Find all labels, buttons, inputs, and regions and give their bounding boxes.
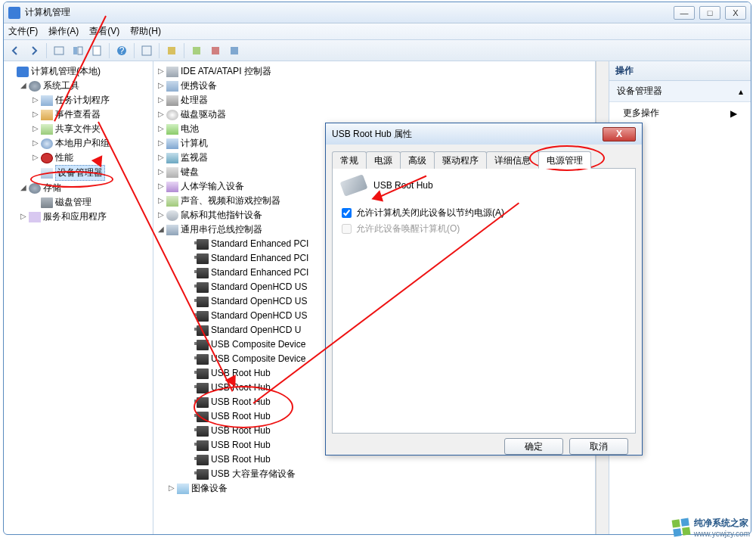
checkbox-allow-off-input[interactable] xyxy=(342,208,352,218)
tree-systools[interactable]: ◢系统工具 xyxy=(19,79,151,93)
help-icon[interactable]: ? xyxy=(113,42,130,59)
chevron-right-icon: ▶ xyxy=(730,108,737,119)
svg-rect-10 xyxy=(231,47,238,54)
tab-content: USB Root Hub 允许计算机关闭此设备以节约电源(A) 允许此设备唤醒计… xyxy=(332,169,636,434)
tool-icon[interactable] xyxy=(88,42,105,59)
dev-cpu[interactable]: ▷处理器 xyxy=(156,93,593,107)
tool-icon[interactable] xyxy=(188,42,205,59)
checkbox-allow-wake: 允许此设备唤醒计算机(O) xyxy=(342,222,626,235)
tree-storage[interactable]: ◢存储 xyxy=(19,181,151,195)
collapse-icon: ▴ xyxy=(739,86,743,97)
svg-text:?: ? xyxy=(119,45,125,56)
tree-share[interactable]: ▷共享文件夹 xyxy=(31,122,151,136)
tree-users[interactable]: ▷本地用户和组 xyxy=(31,136,151,151)
dialog-title: USB Root Hub 属性 xyxy=(332,128,603,141)
svg-rect-3 xyxy=(93,46,101,55)
tool-icon[interactable] xyxy=(51,42,67,59)
menu-action[interactable]: 操作(A) xyxy=(48,25,79,38)
watermark-logo-icon xyxy=(671,518,690,537)
svg-rect-9 xyxy=(212,47,219,54)
usb-item[interactable]: USB 大容量存储设备 xyxy=(187,467,593,481)
app-icon xyxy=(8,7,20,19)
tree-root[interactable]: 计算机管理(本地) xyxy=(7,64,151,79)
menu-help[interactable]: 帮助(H) xyxy=(130,25,161,38)
tool-icon[interactable] xyxy=(138,42,155,59)
window-title: 计算机管理 xyxy=(25,6,674,19)
dev-ide[interactable]: ▷IDE ATA/ATAPI 控制器 xyxy=(156,64,593,79)
checkbox-allow-off[interactable]: 允许计算机关闭此设备以节约电源(A) xyxy=(342,207,626,219)
svg-rect-7 xyxy=(168,47,175,54)
dev-portable[interactable]: ▷便携设备 xyxy=(156,79,593,93)
ok-button[interactable]: 确定 xyxy=(504,438,563,455)
dev-cdrom[interactable]: ▷磁盘驱动器 xyxy=(156,107,593,122)
tree-services[interactable]: ▷服务和应用程序 xyxy=(19,210,151,224)
tab-details[interactable]: 详细信息 xyxy=(486,151,539,169)
menu-view[interactable]: 查看(V) xyxy=(89,25,119,38)
back-button[interactable] xyxy=(7,42,23,59)
minimize-button[interactable]: — xyxy=(674,6,695,20)
usb-icon xyxy=(340,174,368,197)
close-button[interactable]: X xyxy=(725,6,746,20)
svg-rect-2 xyxy=(78,47,82,54)
tab-powermgmt[interactable]: 电源管理 xyxy=(538,151,591,169)
dev-imaging[interactable]: ▷图像设备 xyxy=(167,481,593,496)
tree-task[interactable]: ▷任务计划程序 xyxy=(31,93,151,107)
tree-disk[interactable]: 磁盘管理 xyxy=(31,195,151,210)
forward-button[interactable] xyxy=(26,42,42,59)
tree-perf[interactable]: ▷性能 xyxy=(31,151,151,165)
svg-rect-1 xyxy=(73,47,77,54)
dialog-titlebar[interactable]: USB Root Hub 属性 X xyxy=(326,123,642,145)
device-name: USB Root Hub xyxy=(373,180,433,191)
watermark: 纯净系统之家 www.ycwjzy.com xyxy=(673,517,750,538)
tool-icon[interactable] xyxy=(70,42,86,59)
left-tree: 计算机管理(本地) ◢系统工具 ▷任务计划程序 ▷事件查看器 ▷共享文件夹 ▷本… xyxy=(4,61,153,534)
titlebar[interactable]: 计算机管理 — □ X xyxy=(4,2,751,23)
tab-driver[interactable]: 驱动程序 xyxy=(434,151,487,169)
properties-dialog: USB Root Hub 属性 X 常规 电源 高级 驱动程序 详细信息 电源管… xyxy=(325,123,643,455)
tree-event[interactable]: ▷事件查看器 xyxy=(31,107,151,122)
tab-power[interactable]: 电源 xyxy=(366,151,401,169)
tab-advanced[interactable]: 高级 xyxy=(400,151,435,169)
actions-header: 操作 xyxy=(609,61,751,81)
dialog-tabs: 常规 电源 高级 驱动程序 详细信息 电源管理 xyxy=(332,151,636,169)
actions-more[interactable]: 更多操作▶ xyxy=(609,102,751,124)
menubar: 文件(F) 操作(A) 查看(V) 帮助(H) xyxy=(4,23,751,40)
tool-icon[interactable] xyxy=(226,42,243,59)
svg-rect-0 xyxy=(54,47,64,54)
dialog-close-button[interactable]: X xyxy=(603,127,636,141)
svg-rect-8 xyxy=(193,47,200,54)
tree-devmgr[interactable]: 设备管理器 xyxy=(31,165,151,181)
menu-file[interactable]: 文件(F) xyxy=(8,25,38,38)
toolbar: ? xyxy=(4,40,751,61)
tab-general[interactable]: 常规 xyxy=(332,151,367,169)
tool-icon[interactable] xyxy=(163,42,180,59)
cancel-button[interactable]: 取消 xyxy=(569,438,628,455)
actions-devmgr[interactable]: 设备管理器▴ xyxy=(609,81,751,102)
maximize-button[interactable]: □ xyxy=(699,6,720,20)
tool-icon[interactable] xyxy=(207,42,224,59)
svg-rect-6 xyxy=(142,46,151,55)
checkbox-allow-wake-input xyxy=(342,224,352,234)
